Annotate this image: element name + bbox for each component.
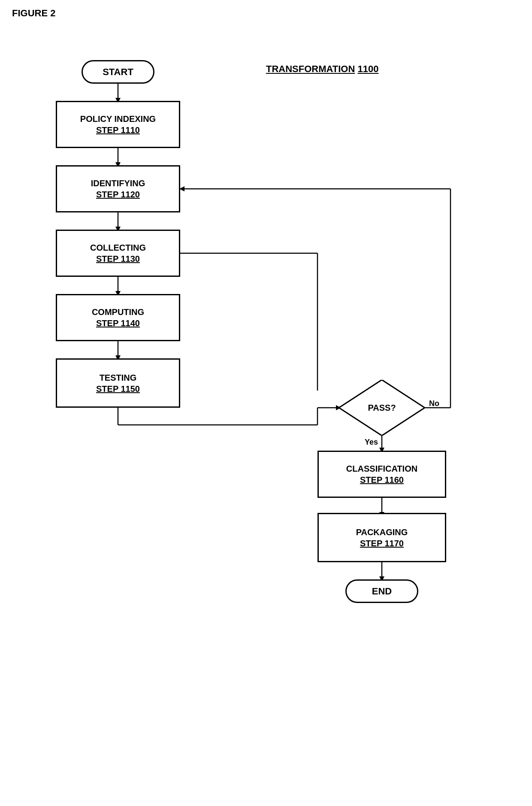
flowchart: START POLICY INDEXING STEP 1110 IDENTIFY… — [26, 34, 506, 790]
policy-indexing-line2: STEP 1110 — [96, 124, 140, 136]
identifying-box: IDENTIFYING STEP 1120 — [56, 165, 180, 212]
policy-indexing-box: POLICY INDEXING STEP 1110 — [56, 101, 180, 148]
start-label: START — [103, 67, 133, 78]
pass-label: PASS? — [368, 403, 396, 413]
classification-box: CLASSIFICATION STEP 1160 — [317, 451, 446, 498]
end-label: END — [372, 586, 392, 597]
no-label: No — [429, 399, 439, 408]
packaging-line1: PACKAGING — [356, 527, 408, 538]
packaging-line2: STEP 1170 — [360, 538, 404, 549]
testing-line2: STEP 1150 — [96, 383, 140, 394]
testing-box: TESTING STEP 1150 — [56, 358, 180, 408]
classification-line2: STEP 1160 — [360, 474, 404, 485]
collecting-box: COLLECTING STEP 1130 — [56, 230, 180, 277]
collecting-line2: STEP 1130 — [96, 253, 140, 264]
packaging-box: PACKAGING STEP 1170 — [317, 513, 446, 562]
figure-label: FIGURE 2 — [12, 8, 55, 19]
policy-indexing-line1: POLICY INDEXING — [80, 113, 156, 124]
identifying-line2: STEP 1120 — [96, 189, 140, 200]
end-terminal: END — [345, 579, 418, 603]
computing-line2: STEP 1140 — [96, 318, 140, 329]
computing-line1: COMPUTING — [92, 306, 144, 318]
classification-line1: CLASSIFICATION — [346, 463, 417, 474]
testing-line1: TESTING — [100, 372, 137, 383]
identifying-line1: IDENTIFYING — [91, 178, 145, 189]
yes-label: Yes — [365, 438, 378, 447]
start-terminal: START — [82, 60, 154, 84]
computing-box: COMPUTING STEP 1140 — [56, 294, 180, 341]
collecting-line1: COLLECTING — [90, 242, 146, 253]
pass-diamond: PASS? — [339, 380, 425, 436]
